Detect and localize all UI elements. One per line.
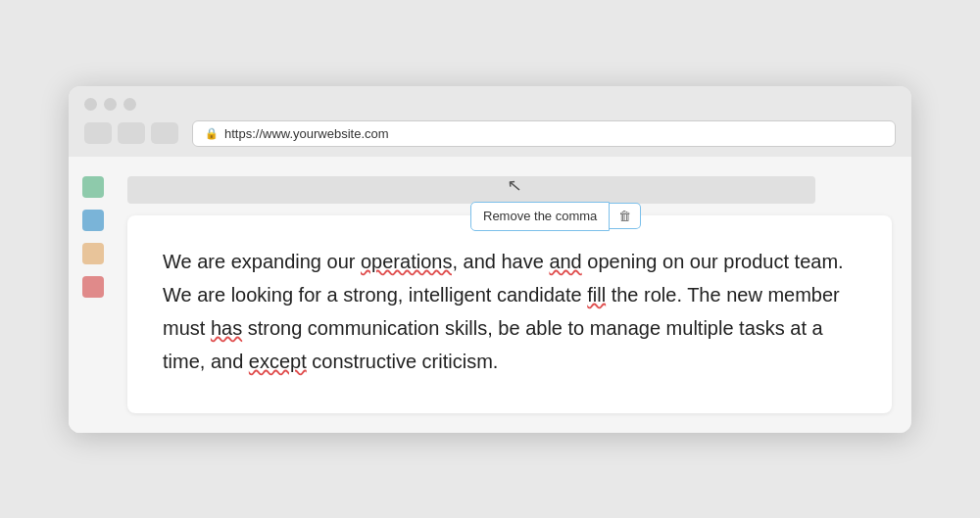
text-segment-6: constructive criticism. [307,351,499,372]
green-swatch[interactable] [82,176,104,198]
cursor-indicator: ↖ [506,173,522,196]
nav-buttons [84,122,178,144]
text-operations: operations, [361,251,458,272]
text-and: and [549,251,581,272]
browser-window: 🔒 https://www.yourwebsite.com ↖ Remove t… [69,86,911,433]
tooltip-delete-button[interactable]: 🗑 [610,203,641,229]
text-segment-2: and have [458,251,549,272]
minimize-button[interactable] [104,98,117,111]
placeholder-bar [127,176,815,204]
editor-card[interactable]: ↖ Remove the comma 🗑 We are expanding ou… [127,215,892,413]
text-except: except [249,351,307,372]
browser-content: ↖ Remove the comma 🗑 We are expanding ou… [69,157,911,433]
content-area: ↖ Remove the comma 🗑 We are expanding ou… [118,157,911,433]
editor-text[interactable]: We are expanding our operations, and hav… [163,245,857,378]
forward-button[interactable] [118,122,145,144]
close-button[interactable] [84,98,97,111]
traffic-lights [84,98,136,111]
maximize-button[interactable] [123,98,136,111]
red-swatch[interactable] [82,276,104,298]
trash-icon: 🗑 [618,209,631,223]
back-button[interactable] [84,122,112,144]
lock-icon: 🔒 [205,127,219,140]
blue-swatch[interactable] [82,210,104,231]
title-bar [69,86,911,120]
refresh-button[interactable] [151,122,178,144]
address-bar-row: 🔒 https://www.yourwebsite.com [69,120,911,157]
url-text: https://www.yourwebsite.com [224,126,389,141]
address-bar[interactable]: 🔒 https://www.yourwebsite.com [192,120,896,147]
tooltip-container: ↖ Remove the comma 🗑 [470,202,641,231]
orange-swatch[interactable] [82,243,104,264]
tooltip-bubble[interactable]: Remove the comma [470,202,610,231]
text-has: has [211,317,242,339]
text-fill: fill [587,284,606,306]
text-segment-1: We are expanding our [163,251,361,272]
sidebar [69,157,118,433]
